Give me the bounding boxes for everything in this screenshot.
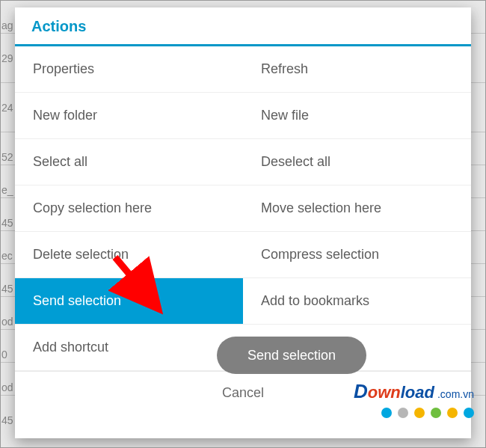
action-new-folder[interactable]: New folder xyxy=(15,93,243,138)
action-send-selection[interactable]: Send selection xyxy=(15,278,243,324)
action-compress-selection[interactable]: Compress selection xyxy=(243,232,471,277)
actions-grid: Properties Refresh New folder New file S… xyxy=(15,46,471,371)
action-delete-selection[interactable]: Delete selection xyxy=(15,232,243,277)
cancel-button[interactable]: Cancel xyxy=(15,371,471,414)
actions-dialog: Actions Properties Refresh New folder Ne… xyxy=(15,7,471,438)
action-empty xyxy=(243,325,471,370)
action-move-selection-here[interactable]: Move selection here xyxy=(243,185,471,231)
action-add-shortcut[interactable]: Add shortcut xyxy=(15,325,243,370)
action-copy-selection-here[interactable]: Copy selection here xyxy=(15,185,243,231)
action-properties[interactable]: Properties xyxy=(15,46,243,92)
action-deselect-all[interactable]: Deselect all xyxy=(243,139,471,185)
action-new-file[interactable]: New file xyxy=(243,93,471,138)
action-select-all[interactable]: Select all xyxy=(15,139,243,185)
dialog-title: Actions xyxy=(15,7,471,46)
action-refresh[interactable]: Refresh xyxy=(243,46,471,92)
action-add-to-bookmarks[interactable]: Add to bookmarks xyxy=(243,278,471,324)
